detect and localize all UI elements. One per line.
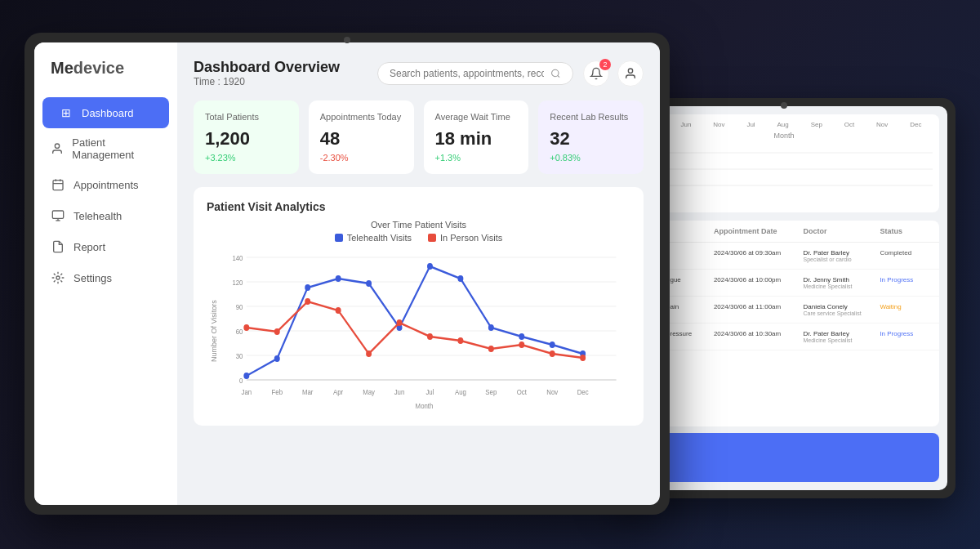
- chart-title: Patient Visit Analytics: [207, 200, 630, 213]
- sidebar-item-settings[interactable]: Settings: [34, 262, 177, 293]
- dashboard-icon: ⊞: [59, 105, 74, 120]
- svg-rect-8: [52, 211, 63, 218]
- svg-point-11: [56, 276, 60, 279]
- svg-text:140: 140: [232, 253, 243, 262]
- search-bar[interactable]: [377, 62, 573, 85]
- stat-value: 32: [550, 128, 632, 150]
- col-doctor: Doctor: [803, 227, 880, 235]
- stat-avg-wait: Average Wait Time 18 min +1.3%: [424, 100, 529, 174]
- y-axis-label: Number Of Visitors: [207, 249, 218, 413]
- stat-change: +1.3%: [435, 153, 518, 163]
- svg-point-59: [427, 333, 433, 340]
- svg-point-61: [488, 346, 494, 352]
- chart-legend: Telehealth Visits In Person Visits: [207, 233, 630, 243]
- report-icon: [51, 239, 65, 254]
- svg-point-48: [457, 275, 463, 282]
- secondary-chart: May Jun Nov Jul Aug Sep Oct Nov Dec Mont…: [629, 114, 939, 212]
- status-badge: Waiting: [880, 303, 931, 310]
- stat-value: 48: [320, 128, 403, 150]
- svg-text:Mar: Mar: [302, 387, 314, 396]
- status-badge: In Progress: [880, 330, 931, 337]
- sidebar-item-patient[interactable]: Patient Management: [34, 128, 177, 169]
- svg-point-44: [336, 275, 341, 282]
- table-row: Chronic fatigue 2024/30/06 at 10:00pm Dr…: [629, 270, 939, 297]
- camera-dot-main: [344, 37, 350, 43]
- sidebar-item-telehealth[interactable]: Telehealth: [34, 200, 177, 231]
- telehealth-dot: [335, 234, 343, 242]
- header-subtitle: Time : 1920: [194, 76, 340, 87]
- main-content: Dashboard Overview Time : 1920: [177, 42, 660, 505]
- settings-icon: [51, 270, 65, 285]
- sidebar-label-patient: Patient Management: [72, 136, 161, 161]
- svg-point-3: [55, 144, 59, 148]
- logo: Medevice: [34, 59, 177, 97]
- notification-button[interactable]: 2: [583, 60, 609, 87]
- stat-change: +3.23%: [205, 153, 287, 163]
- stat-label: Total Patients: [205, 112, 287, 122]
- telehealth-icon: [51, 208, 65, 223]
- main-chart-svg: 140 120 90 60 30 0 Jan Feb Mar: [218, 249, 630, 413]
- svg-text:0: 0: [239, 376, 243, 385]
- header-icons: 2: [583, 60, 644, 87]
- secondary-bottom-bar: [629, 433, 939, 482]
- legend-inperson: In Person Visits: [428, 233, 502, 243]
- scene: May Jun Nov Jul Aug Sep Oct Nov Dec Mont…: [0, 0, 980, 549]
- secondary-chart-svg: [635, 145, 933, 194]
- inperson-dot: [428, 234, 436, 242]
- patient-icon: [51, 141, 64, 156]
- svg-text:120: 120: [232, 278, 243, 287]
- stat-value: 18 min: [435, 128, 518, 150]
- sidebar-label-dashboard: Dashboard: [82, 107, 134, 119]
- device-main: Medevice ⊞ Dashboard Patient Management: [24, 33, 670, 515]
- svg-text:Feb: Feb: [272, 387, 283, 396]
- svg-text:Sep: Sep: [485, 387, 497, 396]
- svg-point-47: [427, 263, 433, 270]
- month-axis-label: Month: [635, 132, 933, 140]
- stat-label: Appointments Today: [320, 112, 403, 122]
- profile-button[interactable]: [617, 60, 644, 87]
- sidebar-item-report[interactable]: Report: [34, 231, 177, 262]
- stat-change: -2.30%: [320, 153, 403, 163]
- svg-text:60: 60: [236, 327, 243, 336]
- svg-point-49: [488, 324, 494, 331]
- table-row: low blood pressure 2024/30/06 at 10:30am…: [629, 324, 939, 350]
- svg-text:Jul: Jul: [425, 387, 434, 396]
- page-title: Dashboard Overview: [194, 59, 340, 76]
- search-input[interactable]: [390, 68, 544, 79]
- svg-point-53: [243, 324, 249, 331]
- chart-container: Patient Visit Analytics Over Time Patien…: [194, 187, 644, 426]
- month-labels: May Jun Nov Jul Aug Sep Oct Nov Dec: [635, 121, 933, 128]
- svg-point-14: [628, 69, 632, 73]
- svg-text:Nov: Nov: [546, 387, 559, 396]
- legend-telehealth: Telehealth Visits: [335, 233, 412, 243]
- appointments-table: Reason Appointment Date Doctor Status Ba…: [629, 221, 939, 426]
- svg-point-56: [336, 307, 341, 314]
- stat-value: 1,200: [205, 128, 287, 150]
- table-header: Reason Appointment Date Doctor Status: [629, 221, 939, 243]
- svg-point-43: [305, 284, 310, 291]
- stat-label: Recent Lab Results: [550, 112, 632, 122]
- user-icon: [624, 67, 637, 80]
- svg-text:Month: Month: [416, 401, 434, 410]
- stat-label: Average Wait Time: [435, 112, 518, 122]
- svg-point-42: [274, 355, 280, 362]
- sidebar: Medevice ⊞ Dashboard Patient Management: [34, 42, 177, 505]
- stat-appointments-today: Appointments Today 48 -2.30%: [309, 100, 414, 174]
- sidebar-label-settings: Settings: [74, 272, 112, 284]
- svg-point-55: [305, 298, 310, 305]
- table-row: Radiating pain 2024/30/06 at 11:00am Dan…: [629, 297, 939, 324]
- svg-text:Dec: Dec: [577, 387, 589, 396]
- svg-point-45: [366, 280, 372, 287]
- appointments-icon: [51, 177, 65, 192]
- svg-text:Apr: Apr: [333, 387, 343, 396]
- svg-point-60: [457, 337, 463, 344]
- stat-change: +0.83%: [550, 153, 632, 163]
- status-badge: Completed: [880, 249, 931, 257]
- svg-text:Jan: Jan: [242, 387, 252, 396]
- sidebar-item-appointments[interactable]: Appointments: [34, 169, 177, 200]
- sidebar-item-dashboard[interactable]: ⊞ Dashboard: [42, 97, 169, 128]
- stats-row: Total Patients 1,200 +3.23% Appointments…: [194, 100, 644, 174]
- search-icon: [550, 68, 561, 79]
- chart-subtitle: Over Time Patient Visits: [207, 220, 630, 230]
- secondary-screen: May Jun Nov Jul Aug Sep Oct Nov Dec Mont…: [621, 106, 947, 490]
